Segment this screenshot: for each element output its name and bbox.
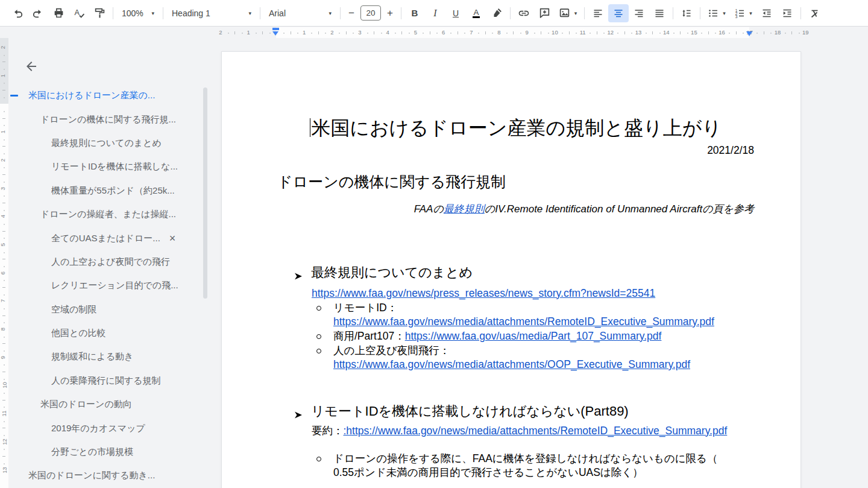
ruler-tick [2, 90, 5, 90]
outline-item[interactable]: 2019年のカオスマップ [8, 416, 203, 440]
outline-item[interactable]: リモートIDを機体に搭載しな... [8, 155, 203, 179]
text-color-button[interactable]: A [466, 4, 486, 22]
outline-item[interactable]: 人の上空および夜間での飛行 [8, 250, 203, 274]
outline-item[interactable]: 他国との比較 [8, 322, 203, 345]
ruler-tick [2, 118, 5, 119]
doc-list-item-l2: リモートID：https://www.faa.gov/news/media/at… [277, 301, 754, 329]
doc-link[interactable]: :https://www.faa.gov/news/media/attachme… [344, 425, 728, 437]
outline-scrollbar[interactable] [203, 87, 207, 299]
ruler-tick [2, 146, 5, 147]
outline-item[interactable]: ドローンの機体に関する飛行規... [8, 107, 203, 131]
arrow-bullet-icon [294, 268, 303, 286]
right-indent-marker[interactable] [746, 31, 752, 36]
doc-link[interactable]: https://www.faa.gov/news/media/attachmen… [333, 358, 690, 370]
spell-check-button[interactable]: A [69, 4, 89, 22]
toolbar: A 100% ▾ Heading 1 ▾ Arial ▾ − 20 + B I … [0, 0, 868, 27]
toolbar-divider [401, 7, 401, 19]
ruler-number: 19 [802, 29, 809, 36]
ruler-tick [513, 31, 514, 34]
undo-button[interactable] [7, 4, 28, 22]
outline-item[interactable]: 分野ごとの市場規模 [8, 440, 203, 464]
increase-font-size-button[interactable]: + [382, 4, 398, 22]
document-title: 米国におけるドローン産業の規制と盛り上がり [277, 117, 754, 139]
ruler-number: 1 [303, 29, 306, 36]
insert-link-button[interactable] [514, 4, 534, 22]
outline-item[interactable]: レクリエーション目的での飛... [8, 274, 203, 297]
italic-button[interactable]: I [425, 4, 445, 22]
doc-link[interactable]: https://www.faa.gov/news/media/attachmen… [333, 315, 714, 328]
add-comment-button[interactable] [534, 4, 555, 22]
ruler-tick [2, 231, 5, 232]
outline-item[interactable]: 米国のドローンに関する動き... [8, 464, 203, 487]
ruler-tick [2, 428, 5, 428]
line-spacing-button[interactable] [676, 4, 697, 22]
underline-button[interactable]: U [445, 4, 466, 22]
first-line-indent-marker[interactable] [272, 28, 279, 30]
insert-image-button[interactable]: ▾ [555, 4, 581, 22]
outline-item[interactable]: 機体重量が55ポンド（約25k... [8, 179, 203, 203]
ruler-tick [318, 31, 319, 34]
outline-item[interactable]: 規制緩和による動き [8, 345, 203, 369]
ruler-number: 6 [442, 29, 445, 36]
font-size-input[interactable]: 20 [360, 5, 381, 21]
clear-formatting-button[interactable] [804, 4, 825, 22]
ruler-tick [228, 33, 229, 34]
print-button[interactable] [48, 4, 69, 22]
outline-item-label: 人の上空および夜間での飛行 [51, 256, 170, 268]
redo-button[interactable] [28, 4, 48, 22]
outline-item[interactable]: 人の乗降飛行に関する規制 [8, 369, 203, 393]
ruler-tick [4, 167, 5, 168]
align-center-button[interactable] [608, 4, 629, 22]
ruler-tick [4, 252, 5, 253]
outline-item-label: 人の乗降飛行に関する規制 [51, 375, 160, 387]
styles-select[interactable]: Heading 1 ▾ [166, 4, 257, 22]
ruler-tick [4, 435, 5, 436]
doc-link[interactable]: https://www.faa.gov/uas/media/Part_107_S… [405, 330, 662, 342]
doc-link[interactable]: 最終規則 [444, 203, 485, 215]
justify-button[interactable] [649, 4, 670, 22]
bold-button[interactable]: B [404, 4, 425, 22]
ruler-tick [4, 224, 5, 225]
ruler-tick [4, 97, 5, 98]
ruler-tick [785, 33, 786, 34]
close-outline-button[interactable] [24, 59, 39, 74]
ruler-tick [548, 33, 549, 34]
ruler-tick [2, 203, 5, 203]
decrease-indent-button[interactable] [756, 4, 777, 22]
zoom-select[interactable]: 100% ▾ [116, 4, 160, 22]
chevron-down-icon: ▾ [248, 10, 251, 16]
outline-item[interactable]: 米国のドローンの動向 [8, 393, 203, 416]
doc-text: ドローンの操作をする際に、FAAに機体を登録しなければならないものに限る（ [333, 452, 718, 464]
chevron-down-icon: ▾ [151, 10, 154, 16]
numbered-list-button[interactable]: 123 ▾ [730, 4, 756, 22]
title-text: 米国におけるドローン産業の規制と盛り上がり [311, 117, 722, 139]
paint-format-button[interactable] [89, 4, 110, 22]
ruler-number: 16 [719, 29, 725, 36]
ruler-tick [4, 55, 5, 56]
doc-text: 要約： [312, 425, 344, 437]
doc-link[interactable]: https://www.faa.gov/news/press_releases/… [312, 287, 655, 299]
outline-item[interactable]: 空域の制限 [8, 298, 203, 322]
increase-indent-button[interactable] [777, 4, 797, 22]
align-left-button[interactable] [588, 4, 608, 22]
ruler-tick [2, 315, 5, 316]
outline-item[interactable]: 最終規則についてのまとめ [8, 132, 203, 155]
left-indent-marker[interactable] [272, 28, 279, 36]
align-right-button[interactable] [629, 4, 649, 22]
highlight-color-button[interactable] [486, 4, 507, 22]
font-select[interactable]: Arial ▾ [263, 4, 337, 22]
decrease-font-size-button[interactable]: − [344, 4, 359, 22]
left-indent-triangle[interactable] [272, 31, 278, 36]
outline-item-label: 米国のドローンの動向 [40, 399, 132, 410]
outline-item[interactable]: 米国におけるドローン産業の... [8, 84, 203, 107]
ruler-tick [2, 372, 5, 372]
remove-from-outline-icon[interactable]: × [169, 233, 176, 244]
doc-line: ドローンの操作をする際に、FAAに機体を登録しなければならないものに限る（ [333, 452, 754, 466]
bulleted-list-button[interactable]: ▾ [703, 4, 730, 22]
outline-item[interactable]: 全てのUASまたはドロー...× [8, 226, 203, 250]
doc-list-item-l2: ドローンの操作をする際に、FAAに機体を登録しなければならないものに限る（0.5… [277, 452, 754, 480]
outline-item[interactable]: ドローンの操縦者、または操縦... [8, 203, 203, 226]
ruler-tick [646, 33, 647, 34]
ruler-number: 9 [526, 29, 529, 36]
document-page[interactable]: 米国におけるドローン産業の規制と盛り上がり 2021/2/18 ドローンの機体に… [221, 51, 801, 488]
